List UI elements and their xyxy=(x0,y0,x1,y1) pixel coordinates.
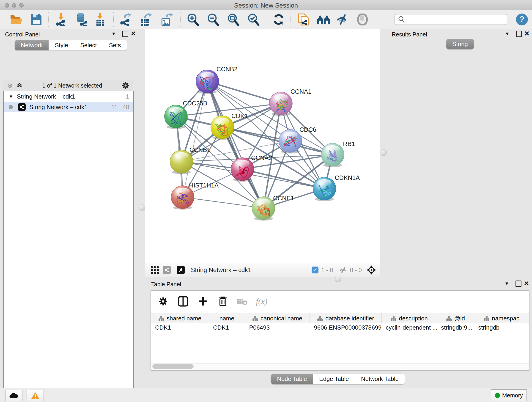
add-column-icon[interactable] xyxy=(198,296,208,306)
results-tab-string[interactable]: String xyxy=(446,39,474,49)
table-panel-float-icon[interactable] xyxy=(515,281,521,287)
window-title: Session: New Session xyxy=(0,2,532,9)
node-RB1[interactable]: RB1 xyxy=(321,140,355,167)
results-panel-close-icon[interactable]: ✕ xyxy=(524,30,530,37)
zoom-out-icon[interactable] xyxy=(206,13,220,26)
edge-HIST1H1A-CCNE1[interactable] xyxy=(183,197,264,208)
help-icon[interactable]: ? xyxy=(515,13,529,26)
tab-network[interactable]: Network xyxy=(15,40,49,51)
column-header--id[interactable]: @id xyxy=(437,313,474,323)
tab-node-table[interactable]: Node Table xyxy=(271,374,313,384)
collapse-all-networks-icon[interactable] xyxy=(6,82,13,89)
open-session-icon[interactable] xyxy=(10,13,23,26)
import-network-database-icon[interactable] xyxy=(74,13,88,26)
edge-CCNB2-HIST1H1A[interactable] xyxy=(183,81,207,197)
network-node-count: 11 xyxy=(111,104,118,111)
table-cell[interactable]: CDK1 xyxy=(151,323,209,332)
column-header-namespac[interactable]: namespac xyxy=(474,313,529,323)
tab-select[interactable]: Select xyxy=(74,40,103,51)
import-table-icon[interactable] xyxy=(94,13,107,26)
node-label-HIST1H1A: HIST1H1A xyxy=(189,182,219,189)
zoom-selected-icon[interactable] xyxy=(247,13,260,26)
tab-sets[interactable]: Sets xyxy=(103,40,127,51)
table-cell[interactable]: stringdb:9... xyxy=(437,323,474,332)
table-cell[interactable]: stringdb xyxy=(474,323,529,332)
network-view-icon[interactable] xyxy=(163,266,171,274)
export-image-icon[interactable] xyxy=(160,13,174,26)
birdseye-view-icon[interactable] xyxy=(177,266,185,274)
column-header-database-identifier[interactable]: database identifier xyxy=(310,313,382,323)
node-CCNA1[interactable]: CCNA1 xyxy=(269,88,312,116)
network-options-gear-icon[interactable] xyxy=(121,81,130,89)
fit-content-crosshair-icon[interactable] xyxy=(366,265,376,275)
control-panel-float-icon[interactable] xyxy=(122,31,128,37)
node-HIST1H1A[interactable]: HIST1H1A xyxy=(171,182,219,210)
table-row[interactable]: CDK1CDK1P064939606.ENSP00000378699cyclin… xyxy=(151,323,529,332)
node-table-card: f(x) shared namenamecanonical namedataba… xyxy=(151,290,530,371)
node-CCNE1[interactable]: CCNE1 xyxy=(252,195,294,221)
import-network-file-icon[interactable] xyxy=(54,13,68,26)
selected-checkbox-icon[interactable]: ✓ xyxy=(312,267,318,274)
toolbar-separator xyxy=(309,265,309,274)
collection-label: String Network – cdk1 xyxy=(17,93,75,100)
collection-expander-icon[interactable]: ▼ xyxy=(9,94,13,99)
memory-button[interactable]: Memory xyxy=(491,389,527,401)
cloud-button[interactable] xyxy=(5,390,22,401)
column-header-description[interactable]: description xyxy=(382,313,437,323)
table-cell[interactable]: cyclin-dependent ... xyxy=(381,323,437,332)
table-cell[interactable]: CDK1 xyxy=(209,323,245,332)
delete-column-icon[interactable] xyxy=(218,296,228,307)
hidden-eye-icon[interactable] xyxy=(339,266,348,274)
scrollbar-thumb[interactable] xyxy=(152,364,194,369)
results-panel-menu-icon[interactable]: ▼ xyxy=(505,31,510,36)
show-graphics-details-icon[interactable] xyxy=(355,13,369,26)
hide-selected-icon[interactable] xyxy=(336,13,350,26)
tab-edge-table[interactable]: Edge Table xyxy=(313,374,355,384)
select-columns-icon[interactable] xyxy=(178,296,188,307)
control-panel-close-icon[interactable]: ✕ xyxy=(131,30,136,37)
control-panel-menu-icon[interactable]: ▼ xyxy=(111,31,116,36)
toolbar-separator xyxy=(174,265,174,274)
hierarchy-icon xyxy=(391,316,397,321)
hierarchy-icon xyxy=(484,316,490,321)
network-canvas[interactable]: CCNB2CCNA1CDC25BCDK1CDC6RB1CCNB1CCNA2CDK… xyxy=(145,29,380,263)
toolbar-separator xyxy=(113,12,114,27)
hierarchy-icon xyxy=(252,316,258,321)
hidden-node-edge-count: 0 - 0 xyxy=(350,267,362,274)
column-header-shared-name[interactable]: shared name xyxy=(151,313,209,323)
right-splitter-handle[interactable] xyxy=(380,149,387,156)
tab-style[interactable]: Style xyxy=(49,40,74,51)
node-label-CCNA2: CCNA2 xyxy=(251,154,272,161)
node-label-RB1: RB1 xyxy=(343,140,355,147)
tab-network-table[interactable]: Network Table xyxy=(355,374,405,384)
network-collection-row[interactable]: ▼ String Network – cdk1 1 xyxy=(4,91,133,102)
column-header-canonical-name[interactable]: canonical name xyxy=(245,313,310,323)
warnings-button[interactable] xyxy=(27,390,44,401)
table-panel-close-icon[interactable]: ✕ xyxy=(524,280,529,287)
show-all-networks-icon[interactable] xyxy=(317,13,330,26)
table-gear-icon[interactable] xyxy=(158,297,168,306)
left-splitter-handle[interactable] xyxy=(139,204,145,211)
table-cell[interactable]: 9606.ENSP00000378699 xyxy=(310,323,381,332)
expand-all-networks-icon[interactable] xyxy=(16,82,23,89)
results-panel-float-icon[interactable] xyxy=(516,31,522,37)
export-network-icon[interactable] xyxy=(119,13,133,26)
table-cell[interactable]: P06493 xyxy=(245,323,310,332)
edge-CCNB2-CCNE1[interactable] xyxy=(207,81,264,208)
table-panel-menu-icon[interactable]: ▼ xyxy=(505,281,509,286)
network-row[interactable]: String Network – cdk1 11 48 xyxy=(4,102,133,112)
zoom-fit-icon[interactable] xyxy=(226,13,240,26)
save-session-icon[interactable] xyxy=(29,13,43,26)
refresh-view-icon[interactable] xyxy=(272,13,285,26)
table-toolbar: f(x) xyxy=(151,291,529,312)
zoom-in-icon[interactable] xyxy=(186,13,200,26)
export-table-icon[interactable] xyxy=(139,13,152,26)
hierarchy-icon xyxy=(158,316,164,321)
column-header-name[interactable]: name xyxy=(209,313,245,323)
grid-view-icon[interactable] xyxy=(150,265,159,274)
node-CDKN1A[interactable]: CDKN1A xyxy=(313,174,360,201)
search-icon xyxy=(398,16,405,23)
table-horizontal-scrollbar[interactable] xyxy=(151,363,529,370)
search-input[interactable] xyxy=(394,14,507,25)
copy-network-icon[interactable] xyxy=(297,13,311,26)
